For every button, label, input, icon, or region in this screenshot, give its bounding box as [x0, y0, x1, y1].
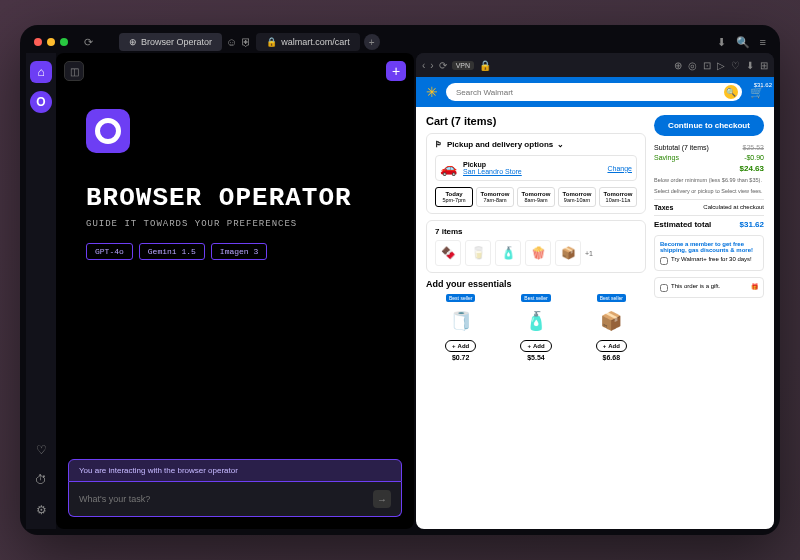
checkout-button[interactable]: Continue to checkout [654, 115, 764, 136]
maximize-window[interactable] [60, 38, 68, 46]
cart-item-thumb[interactable]: 📦 [555, 240, 581, 266]
estimated-total-row: Estimated total$31.62 [654, 220, 764, 229]
cart-left-column: Cart (7 items) 🏳 Pickup and delivery opt… [426, 115, 646, 361]
search-icon[interactable]: 🔍 [736, 36, 750, 49]
operator-logo [86, 109, 130, 153]
chip-imagen[interactable]: Imagen 3 [211, 243, 267, 260]
panel-toggle[interactable]: ◫ [64, 61, 84, 81]
add-button[interactable]: + Add [445, 340, 476, 352]
min-order-note: Below order minimum (less $6.99 than $35… [654, 177, 764, 184]
send-button[interactable]: → [373, 490, 391, 508]
toolbar-icon[interactable]: ▷ [717, 60, 725, 71]
toolbar-icon[interactable]: ⊞ [760, 60, 768, 71]
sidebar-rail: ⌂ O ♡ ⏱ ⚙ [26, 53, 56, 529]
delivery-header[interactable]: 🏳 Pickup and delivery options ⌄ [435, 140, 637, 149]
time-slot[interactable]: Tomorrow10am-11a [599, 187, 637, 207]
toolbar-icon[interactable]: ⬇ [746, 60, 754, 71]
walmart-plus-promo: Become a member to get free shipping, ga… [654, 235, 764, 271]
add-button[interactable]: + Add [596, 340, 627, 352]
vpn-badge[interactable]: VPN [452, 61, 474, 70]
cart-summary: Continue to checkout Subtotal (7 items)$… [654, 115, 764, 361]
topbar-right: ⬇ 🔍 ≡ [717, 36, 766, 49]
toolbar-icon[interactable]: ⊡ [703, 60, 711, 71]
window-controls [34, 38, 68, 46]
back-button[interactable]: ‹ [422, 60, 425, 71]
toolbar-icon[interactable]: ⊕ [674, 60, 682, 71]
product-image[interactable]: 📦 [577, 304, 646, 338]
menu-icon[interactable]: ≡ [760, 36, 766, 48]
chip-gpt4o[interactable]: GPT-4o [86, 243, 133, 260]
product-image[interactable]: 🧴 [501, 304, 570, 338]
product-image[interactable]: 🧻 [426, 304, 495, 338]
essential-card: Best seller 📦 + Add $6.68 [577, 293, 646, 361]
tab-strip: ⊕ Browser Operator ☺ ⛨ 🔒 walmart.com/car… [119, 33, 711, 51]
tab-label: walmart.com/cart [281, 37, 350, 47]
bestseller-badge: Best seller [446, 294, 475, 302]
gift-label: This order is a gift. [671, 283, 720, 289]
change-link[interactable]: Change [607, 165, 632, 172]
task-input[interactable] [79, 494, 365, 504]
essentials-section: Add your essentials Best seller 🧻 + Add … [426, 279, 646, 361]
tab-walmart[interactable]: 🔒 walmart.com/cart [256, 33, 360, 51]
bestseller-badge: Best seller [521, 294, 550, 302]
walmart-search-button[interactable]: 🔍 [724, 85, 738, 99]
toolbar-icon[interactable]: ♡ [731, 60, 740, 71]
more-items[interactable]: +1 [585, 250, 593, 257]
walmart-search: 🔍 [446, 83, 742, 101]
operator-subtitle: GUIDE IT TOWARDS YOUR PREFERENCES [86, 219, 384, 229]
time-slot[interactable]: Tomorrow7am-8am [476, 187, 514, 207]
smile-icon[interactable]: ☺ [226, 36, 237, 48]
sidebar-opera-logo[interactable]: O [30, 91, 52, 113]
tab-operator[interactable]: ⊕ Browser Operator [119, 33, 222, 51]
new-chat-button[interactable]: + [386, 61, 406, 81]
cart-icon[interactable]: 🛒$31.62 [750, 86, 764, 99]
cart-amount: $31.62 [754, 82, 772, 88]
title-bar: ⟳ ⊕ Browser Operator ☺ ⛨ 🔒 walmart.com/c… [26, 31, 774, 53]
lock-icon: 🔒 [266, 37, 277, 47]
gift-checkbox-row: This order is a gift. 🎁 [654, 277, 764, 298]
shield-icon[interactable]: ⛨ [241, 36, 252, 48]
cart-item-thumb[interactable]: 🧴 [495, 240, 521, 266]
subtotal-row: Subtotal (7 items)$25.53 [654, 144, 764, 151]
product-price: $5.54 [501, 354, 570, 361]
close-window[interactable] [34, 38, 42, 46]
pickup-store[interactable]: San Leandro Store [463, 168, 601, 175]
pickup-option: 🚗 Pickup San Leandro Store Change [435, 155, 637, 181]
chip-gemini[interactable]: Gemini 1.5 [139, 243, 205, 260]
gift-checkbox[interactable] [660, 284, 668, 292]
cart-item-thumb[interactable]: 🍫 [435, 240, 461, 266]
savings-row: Savings-$0.90 [654, 154, 764, 161]
trial-checkbox[interactable] [660, 257, 668, 265]
bestseller-badge: Best seller [597, 294, 626, 302]
time-slot[interactable]: Today5pm-7pm [435, 187, 473, 207]
product-price: $0.72 [426, 354, 495, 361]
download-icon[interactable]: ⬇ [717, 36, 726, 49]
time-slot[interactable]: Tomorrow8am-9am [517, 187, 555, 207]
task-input-bar: → [68, 482, 402, 517]
webpage-pane: ‹ › ⟳ VPN 🔒 ⊕ ◎ ⊡ ▷ ♡ ⬇ ⊞ [416, 53, 774, 529]
minimize-window[interactable] [47, 38, 55, 46]
add-button[interactable]: + Add [520, 340, 551, 352]
walmart-logo-icon[interactable]: ✳ [426, 84, 438, 100]
select-note: Select delivery or pickup to Select view… [654, 188, 764, 195]
essential-card: Best seller 🧴 + Add $5.54 [501, 293, 570, 361]
chevron-down-icon: ⌄ [557, 140, 564, 149]
refresh-icon[interactable]: ⟳ [84, 36, 93, 49]
sidebar-home[interactable]: ⌂ [30, 61, 52, 83]
cart-item-thumb[interactable]: 🍿 [525, 240, 551, 266]
forward-button[interactable]: › [430, 60, 433, 71]
browser-window: ⟳ ⊕ Browser Operator ☺ ⛨ 🔒 walmart.com/c… [20, 25, 780, 535]
operator-pane: ◫ + BROWSER OPERATOR GUIDE IT TOWARDS YO… [56, 53, 414, 529]
sidebar-history[interactable]: ⏱ [30, 469, 52, 491]
cart-item-thumb[interactable]: 🥛 [465, 240, 491, 266]
toolbar-icon[interactable]: ◎ [688, 60, 697, 71]
reload-button[interactable]: ⟳ [439, 60, 447, 71]
operator-main: BROWSER OPERATOR GUIDE IT TOWARDS YOUR P… [56, 89, 414, 447]
gift-icon: 🎁 [751, 283, 758, 290]
time-slot[interactable]: Tomorrow9am-10am [558, 187, 596, 207]
cart-title: Cart (7 items) [426, 115, 646, 127]
sidebar-settings[interactable]: ⚙ [30, 499, 52, 521]
new-tab-button[interactable]: + [364, 34, 380, 50]
sidebar-heart[interactable]: ♡ [30, 439, 52, 461]
walmart-search-input[interactable] [456, 88, 724, 97]
